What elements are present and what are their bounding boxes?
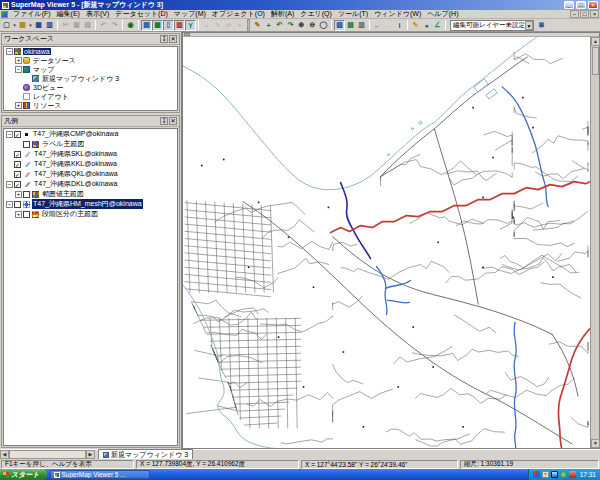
expand-toggle-icon[interactable]: − bbox=[6, 201, 13, 208]
workspace-tree-item[interactable]: +データソース bbox=[4, 56, 177, 65]
taskbar-task-button[interactable]: SuperMap Viewer 5 ... bbox=[50, 470, 150, 479]
horizontal-scroll-track[interactable] bbox=[9, 450, 86, 459]
view-prev-button[interactable]: ↶ bbox=[274, 20, 285, 31]
vertical-scrollbar[interactable]: ▲ ▼ bbox=[590, 37, 599, 448]
close-button[interactable]: × bbox=[588, 1, 598, 9]
layer-visibility-checkbox[interactable] bbox=[23, 211, 30, 218]
back-button[interactable]: ← bbox=[372, 20, 383, 31]
measure-button[interactable]: ∠ bbox=[432, 20, 443, 31]
map-full-extent-button[interactable]: ▥ bbox=[356, 20, 367, 31]
editable-layer-combo[interactable]: 編集可能レイヤー未設定▼ bbox=[450, 20, 534, 31]
new-table-window-button[interactable]: ▦ bbox=[152, 20, 163, 31]
expand-toggle-icon[interactable]: + bbox=[15, 211, 22, 218]
workspace-tree-item[interactable]: 3Dビュー bbox=[4, 83, 177, 92]
menu-item[interactable]: ツール(T) bbox=[335, 9, 371, 19]
layer-visibility-checkbox[interactable]: ✓ bbox=[14, 161, 21, 168]
menu-item[interactable]: クエリ(Q) bbox=[297, 9, 335, 19]
minimize-button[interactable]: _ bbox=[564, 1, 574, 9]
mdi-restore-button[interactable]: □ bbox=[580, 10, 589, 18]
tray-volume-icon[interactable] bbox=[569, 471, 576, 478]
menu-item[interactable]: ファイル(F) bbox=[10, 9, 54, 19]
new-layout-window-button[interactable]: ▯ bbox=[163, 20, 174, 31]
vertical-scroll-thumb[interactable] bbox=[592, 47, 599, 75]
scroll-left-icon[interactable]: ◀ bbox=[0, 450, 9, 459]
scroll-down-icon[interactable]: ▼ bbox=[591, 439, 600, 448]
callout-button[interactable]: ● bbox=[421, 20, 432, 31]
layer-visibility-checkbox[interactable]: ✓ bbox=[14, 181, 21, 188]
expand-toggle-icon[interactable]: − bbox=[15, 66, 22, 73]
expand-toggle-icon[interactable]: + bbox=[15, 191, 22, 198]
legend-tree-item[interactable]: +段階区分の主題図 bbox=[4, 209, 177, 219]
menu-item[interactable]: データセット(D) bbox=[112, 9, 171, 19]
zoom-free-button[interactable]: ◯ bbox=[318, 20, 329, 31]
map-browse-button[interactable]: ▤ bbox=[345, 20, 356, 31]
open-workspace-button[interactable]: ▤ bbox=[17, 20, 28, 31]
workspace-tree-item[interactable]: +リソース bbox=[4, 101, 177, 110]
workspace-tree-item[interactable]: レイアウト bbox=[4, 92, 177, 101]
tray-network-icon[interactable] bbox=[551, 471, 558, 478]
close-icon[interactable]: ✕ bbox=[169, 35, 177, 43]
new-map-window-button[interactable]: ▨ bbox=[174, 20, 185, 31]
pencil-button[interactable]: ✎ bbox=[410, 20, 421, 31]
menu-item[interactable]: ヘルプ(H) bbox=[424, 9, 461, 19]
new-data-window-button[interactable]: ▤ bbox=[141, 20, 152, 31]
select-edit-button[interactable]: ✎ bbox=[252, 20, 263, 31]
layer-control-button[interactable]: ≣ bbox=[536, 20, 547, 31]
new-button[interactable]: ▢ bbox=[1, 20, 12, 31]
save-all-button[interactable]: ▥ bbox=[44, 20, 55, 31]
zoom-out-button[interactable]: ⊖ bbox=[307, 20, 318, 31]
save-button[interactable]: ▦ bbox=[33, 20, 44, 31]
mdi-child-icon[interactable] bbox=[1, 11, 8, 18]
menu-item[interactable]: ウィンドウ(W) bbox=[371, 9, 424, 19]
legend-tree-item[interactable]: ✓∕∕T47_沖縄県KKL@okinawa bbox=[4, 159, 177, 169]
workspace-tree-item[interactable]: −okinawa bbox=[4, 47, 177, 56]
refresh-button[interactable]: ◉ bbox=[125, 20, 136, 31]
combo-dropdown-icon[interactable]: ▼ bbox=[525, 21, 533, 30]
legend-tree-item[interactable]: ✓∕∕T47_沖縄県SKL@okinawa bbox=[4, 149, 177, 159]
expand-toggle-icon[interactable]: − bbox=[6, 131, 13, 138]
mdi-close-button[interactable]: × bbox=[590, 10, 599, 18]
pin-icon[interactable]: ↧ bbox=[160, 35, 168, 43]
close-icon[interactable]: ✕ bbox=[169, 117, 177, 125]
tray-update-icon[interactable] bbox=[560, 471, 567, 478]
legend-tree-item[interactable]: ✓∕∕T47_沖縄県QKL@okinawa bbox=[4, 169, 177, 179]
legend-tree-item[interactable]: ラベル主題図 bbox=[4, 139, 177, 149]
menu-item[interactable]: オブジェクト(O) bbox=[209, 9, 268, 19]
layer-visibility-checkbox[interactable] bbox=[14, 201, 21, 208]
menu-item[interactable]: マップ(M) bbox=[171, 9, 209, 19]
menu-item[interactable]: 編集(E) bbox=[54, 9, 83, 19]
map-select-button[interactable]: ▨ bbox=[334, 20, 345, 31]
menu-item[interactable]: 解析(A) bbox=[268, 9, 297, 19]
legend-manager-button[interactable]: Y bbox=[185, 20, 196, 31]
expand-toggle-icon[interactable]: + bbox=[15, 102, 22, 109]
legend-tree-item[interactable]: +範囲値主題図 bbox=[4, 189, 177, 199]
layer-visibility-checkbox[interactable]: ✓ bbox=[14, 131, 21, 138]
scroll-right-icon[interactable]: ▶ bbox=[86, 450, 95, 459]
layer-visibility-checkbox[interactable]: ✓ bbox=[14, 151, 21, 158]
tray-help-icon[interactable]: ? bbox=[542, 471, 549, 478]
layer-visibility-checkbox[interactable]: ✓ bbox=[14, 171, 21, 178]
map-canvas[interactable] bbox=[183, 37, 590, 448]
map-window-tab[interactable]: 新規マップウィンドウ 3 bbox=[98, 449, 193, 459]
tray-security-icon[interactable] bbox=[533, 471, 540, 478]
horizontal-scrollbar[interactable]: ◀ ▶ bbox=[0, 449, 95, 459]
info-button[interactable]: i bbox=[394, 20, 405, 31]
scroll-up-icon[interactable]: ▲ bbox=[591, 37, 600, 46]
expand-toggle-icon[interactable]: + bbox=[15, 57, 22, 64]
pan-button[interactable]: + bbox=[263, 20, 274, 31]
legend-tree-item[interactable]: −✓T47_沖縄県CMP@okinawa bbox=[4, 129, 177, 139]
legend-tree-item[interactable]: −T47_沖縄県HM_mesh円@okinawa bbox=[4, 199, 177, 209]
pin-icon[interactable]: ↧ bbox=[160, 117, 168, 125]
menu-item[interactable]: 表示(V) bbox=[83, 9, 112, 19]
view-next-button[interactable]: ↷ bbox=[285, 20, 296, 31]
legend-tree-item[interactable]: −✓∕∕T47_沖縄県DKL@okinawa bbox=[4, 179, 177, 189]
expand-toggle-icon[interactable]: − bbox=[6, 48, 13, 55]
map-split-handle[interactable] bbox=[184, 33, 190, 36]
maximize-button[interactable]: □ bbox=[576, 1, 586, 9]
workspace-tree-item[interactable]: 新規マップウィンドウ 3 bbox=[4, 74, 177, 83]
start-button[interactable]: スタート bbox=[0, 469, 47, 480]
layer-visibility-checkbox[interactable] bbox=[23, 141, 30, 148]
zoom-in-button[interactable]: ⊕ bbox=[296, 20, 307, 31]
layer-visibility-checkbox[interactable] bbox=[23, 191, 30, 198]
mdi-minimize-button[interactable]: − bbox=[570, 10, 579, 18]
